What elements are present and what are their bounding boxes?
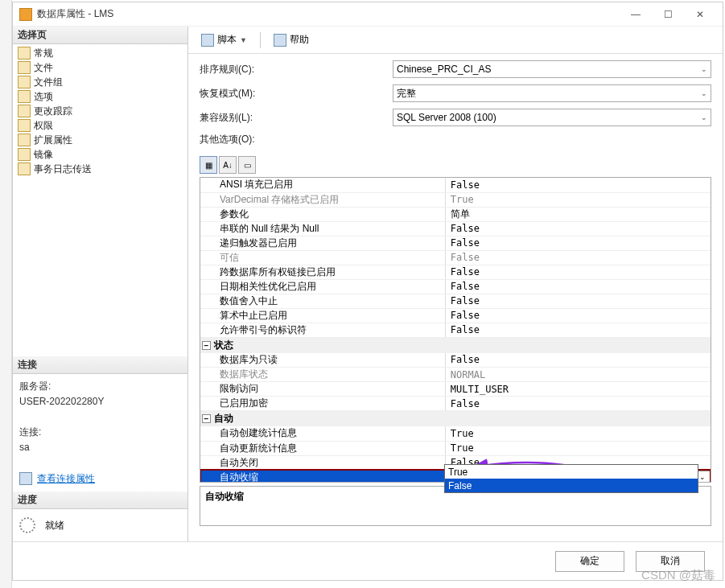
recovery-label: 恢复模式(M): [200, 87, 393, 101]
property-row[interactable]: 数据库为只读False [200, 353, 711, 368]
nav-item-2[interactable]: 文件组 [13, 75, 187, 89]
property-name: 串联的 Null 结果为 Null [200, 221, 445, 236]
property-row[interactable]: 数值舍入中止False [200, 294, 711, 308]
property-name: 可信 [200, 250, 445, 265]
compat-combo[interactable]: SQL Server 2008 (100) ⌄ [393, 109, 711, 126]
chevron-down-icon: ⌄ [701, 65, 707, 73]
maximize-button[interactable]: ☐ [652, 3, 684, 26]
view-connection-link[interactable]: 查看连接属性 [37, 471, 95, 487]
property-value: False [445, 353, 711, 368]
nav-label: 事务日志传送 [34, 162, 92, 176]
cancel-button[interactable]: 取消 [636, 551, 705, 572]
recovery-combo[interactable]: 完整 ⌄ [393, 84, 711, 102]
property-row[interactable]: 串联的 Null 结果为 NullFalse [200, 221, 711, 236]
property-value: True [445, 441, 711, 455]
property-row[interactable]: 允许带引号的标识符False [200, 323, 711, 337]
property-grid[interactable]: ANSI 填充已启用FalseVarDecimal 存储格式已启用True参数化… [200, 177, 711, 483]
category-row[interactable]: −状态 [200, 337, 711, 353]
property-row[interactable]: 数据库状态NORMAL [200, 368, 711, 382]
titlebar[interactable]: 数据库属性 - LMS — ☐ ✕ [13, 2, 723, 27]
property-value: False [445, 294, 711, 308]
dropdown-option[interactable]: False [445, 479, 698, 492]
grid-extra-button[interactable]: ▭ [238, 156, 256, 174]
property-row[interactable]: 算术中止已启用False [200, 308, 711, 323]
compat-value: SQL Server 2008 (100) [397, 112, 496, 123]
property-value: False [445, 250, 711, 265]
property-row[interactable]: 自动创建统计信息True [200, 426, 711, 441]
property-value: True [445, 426, 711, 441]
property-name: 参数化 [200, 207, 445, 221]
property-value: False [445, 221, 711, 236]
nav-item-1[interactable]: 文件 [13, 60, 187, 75]
property-row[interactable]: ANSI 填充已启用False [200, 178, 711, 192]
script-label: 脚本 [217, 33, 237, 47]
dialog-window: 数据库属性 - LMS — ☐ ✕ 选择页 常规文件文件组选项更改跟踪权限扩展属… [12, 2, 723, 581]
property-row[interactable]: 自动更新统计信息True [200, 441, 711, 455]
property-value: False [445, 265, 711, 279]
property-value: MULTI_USER [445, 382, 711, 397]
collapse-icon[interactable]: − [202, 414, 211, 423]
script-button[interactable]: 脚本 ▼ [196, 31, 252, 49]
property-name: 自动收缩 [200, 470, 445, 483]
collapse-icon[interactable]: − [202, 341, 211, 350]
button-bar: 确定 取消 [13, 541, 723, 580]
recovery-value: 完整 [397, 87, 416, 101]
property-name: 算术中止已启用 [200, 308, 445, 323]
property-row[interactable]: VarDecimal 存储格式已启用True [200, 192, 711, 207]
compat-label: 兼容级别(L): [200, 111, 393, 125]
alphabetical-button[interactable]: A↓ [219, 156, 237, 174]
auto-shrink-dropdown[interactable]: TrueFalse [444, 464, 698, 493]
outer-edge [0, 0, 12, 588]
property-value: True [445, 192, 711, 207]
nav-item-7[interactable]: 镜像 [13, 147, 187, 162]
collation-value: Chinese_PRC_CI_AS [397, 64, 491, 75]
page-icon [18, 61, 31, 74]
connection-body: 服务器: USER-202202280Y 连接: sa 查看连接属性 [13, 374, 187, 491]
nav-item-0[interactable]: 常规 [13, 46, 187, 60]
nav-label: 镜像 [34, 148, 53, 162]
nav-label: 文件组 [34, 76, 63, 89]
property-row[interactable]: 递归触发器已启用False [200, 236, 711, 250]
property-name: 限制访问 [200, 382, 445, 397]
select-page-header: 选择页 [13, 27, 187, 44]
page-icon [18, 47, 31, 60]
nav-label: 选项 [34, 90, 53, 104]
help-icon [274, 34, 286, 47]
property-row[interactable]: 已启用加密False [200, 397, 711, 411]
property-name: 自动更新统计信息 [200, 441, 445, 455]
property-name: ANSI 填充已启用 [200, 178, 445, 192]
page-icon [18, 148, 31, 161]
property-row[interactable]: 跨数据库所有权链接已启用False [200, 265, 711, 279]
property-name: 允许带引号的标识符 [200, 323, 445, 337]
categorized-button[interactable]: ▦ [200, 156, 217, 174]
conn-value: sa [19, 440, 181, 455]
dropdown-option[interactable]: True [445, 465, 698, 479]
connection-icon [19, 472, 32, 485]
ok-button[interactable]: 确定 [555, 551, 624, 572]
nav-item-5[interactable]: 权限 [13, 118, 187, 133]
property-name: 日期相关性优化已启用 [200, 279, 445, 294]
minimize-button[interactable]: — [620, 3, 652, 26]
nav-label: 更改跟踪 [34, 105, 72, 118]
property-row[interactable]: 日期相关性优化已启用False [200, 279, 711, 294]
property-row[interactable]: 可信False [200, 250, 711, 265]
property-row[interactable]: 限制访问MULTI_USER [200, 382, 711, 397]
nav-item-4[interactable]: 更改跟踪 [13, 104, 187, 118]
server-label: 服务器: [19, 379, 181, 394]
property-value: NORMAL [445, 368, 711, 382]
property-name: 递归触发器已启用 [200, 236, 445, 250]
property-value: False [445, 397, 711, 411]
nav-item-3[interactable]: 选项 [13, 89, 187, 104]
collation-label: 排序规则(C): [200, 63, 393, 76]
close-button[interactable]: ✕ [684, 3, 716, 26]
property-row[interactable]: 参数化简单 [200, 207, 711, 221]
category-row[interactable]: −自动 [200, 411, 711, 427]
property-name: 数据库为只读 [200, 353, 445, 368]
property-value: False [445, 308, 711, 323]
grid-toolbar: ▦ A↓ ▭ [188, 156, 723, 177]
collation-combo[interactable]: Chinese_PRC_CI_AS ⌄ [393, 60, 711, 78]
nav-item-6[interactable]: 扩展属性 [13, 133, 187, 147]
help-button[interactable]: 帮助 [269, 31, 314, 49]
page-icon [18, 162, 31, 175]
nav-item-8[interactable]: 事务日志传送 [13, 162, 187, 176]
